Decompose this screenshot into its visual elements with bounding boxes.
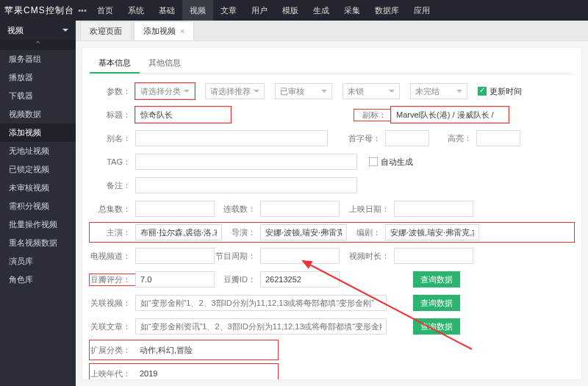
label-score: 豆瓣评分： (90, 274, 135, 285)
input-initial[interactable] (385, 130, 429, 146)
label-writer: 编剧： (347, 227, 385, 238)
topnav-模版[interactable]: 模版 (275, 0, 306, 21)
sidebar-item-12[interactable]: 角色库 (0, 271, 76, 289)
top-bar: 苹果CMS控制台 ••• 首页系统基础视频文章用户模版生成采集数据库应用 (0, 0, 588, 21)
input-subtitle[interactable] (391, 107, 509, 123)
select-status[interactable]: 已审核 (275, 83, 332, 99)
close-icon[interactable]: × (180, 26, 184, 35)
main: 欢迎页面添加视频× 基本信息其他信息 参数： 请选择分类 请选择推荐 已审核 未… (76, 21, 588, 386)
input-remark[interactable] (135, 177, 357, 193)
checkbox-autogen[interactable] (369, 157, 378, 166)
sidebar-item-8[interactable]: 需积分视频 (0, 197, 76, 215)
input-tv[interactable] (135, 248, 215, 264)
label-serial: 连载数： (215, 204, 260, 215)
label-autogen: 自动生成 (381, 157, 413, 168)
label-actor: 主演： (90, 227, 135, 238)
label-color: 高亮： (429, 133, 476, 144)
sidebar-item-2[interactable]: 下载器 (0, 87, 76, 105)
subtab-1[interactable]: 其他信息 (140, 54, 190, 74)
input-color[interactable] (476, 130, 520, 146)
topnav-生成[interactable]: 生成 (306, 0, 337, 21)
input-pubdate[interactable] (394, 201, 473, 217)
select-lock[interactable]: 未锁 (343, 83, 400, 99)
subtab-0[interactable]: 基本信息 (90, 54, 140, 74)
topnav-首页[interactable]: 首页 (90, 0, 121, 21)
sidebar-item-9[interactable]: 批量操作视频 (0, 215, 76, 234)
query-button-3[interactable]: 查询数据 (413, 318, 460, 335)
brand: 苹果CMS控制台 (4, 4, 75, 17)
sidebar-item-0[interactable]: 服务器组 (0, 50, 76, 68)
form-panel: 基本信息其他信息 参数： 请选择分类 请选择推荐 已审核 未锁 未完结 更新时间… (82, 47, 582, 380)
tab-1[interactable]: 添加视频× (134, 21, 194, 40)
input-serial[interactable] (260, 201, 340, 217)
input-year[interactable] (135, 365, 266, 380)
input-actor[interactable] (135, 224, 222, 240)
sidebar-header[interactable]: 视频 (0, 21, 76, 40)
page-tabs: 欢迎页面添加视频× (76, 21, 588, 41)
topnav-视频[interactable]: 视频 (182, 0, 213, 21)
select-end[interactable]: 未完结 (410, 83, 467, 99)
tab-0[interactable]: 欢迎页面 (80, 21, 132, 40)
sub-tabs: 基本信息其他信息 (90, 54, 574, 74)
sidebar-item-3[interactable]: 视频数据 (0, 105, 76, 124)
sidebar-item-4[interactable]: 添加视频 (0, 124, 76, 142)
input-writer[interactable] (385, 224, 479, 240)
label-initial: 首字母： (328, 133, 385, 144)
label-relvid: 关联视频： (90, 298, 135, 309)
topnav-基础[interactable]: 基础 (151, 0, 182, 21)
sidebar-item-6[interactable]: 已锁定视频 (0, 160, 76, 179)
select-category[interactable]: 请选择分类 (135, 83, 195, 99)
label-tv: 电视频道： (90, 251, 135, 262)
sidebar-item-7[interactable]: 未审核视频 (0, 179, 76, 197)
input-director[interactable] (260, 224, 347, 240)
query-button-2[interactable]: 查询数据 (413, 295, 460, 311)
topnav-数据库[interactable]: 数据库 (368, 0, 406, 21)
more-icon[interactable]: ••• (75, 6, 90, 15)
label-relart: 关联文章： (90, 321, 135, 332)
input-alias[interactable] (135, 130, 328, 146)
query-button-1[interactable]: 查询数据 (413, 271, 460, 287)
input-dbid[interactable] (260, 271, 340, 287)
sidebar-item-5[interactable]: 无地址视频 (0, 142, 76, 160)
input-title[interactable] (135, 107, 231, 123)
topnav-文章[interactable]: 文章 (213, 0, 244, 21)
label-year: 上映年代： (90, 368, 135, 379)
input-relart[interactable] (135, 318, 387, 335)
label-total: 总集数： (90, 204, 135, 215)
input-relvid[interactable] (135, 295, 387, 311)
input-score[interactable] (135, 271, 215, 287)
topnav-系统[interactable]: 系统 (121, 0, 151, 21)
label-dbid: 豆瓣ID： (215, 274, 260, 285)
input-duration[interactable] (394, 248, 473, 264)
label-extcat: 扩展分类： (90, 345, 135, 356)
label-weekday: 节目周期： (215, 251, 260, 262)
sidebar-item-10[interactable]: 重名视频数据 (0, 234, 76, 252)
label-director: 导演： (222, 227, 260, 238)
topnav-应用[interactable]: 应用 (406, 0, 437, 21)
topnav-采集[interactable]: 采集 (337, 0, 368, 21)
sidebar-item-11[interactable]: 演员库 (0, 252, 76, 271)
label-tag: TAG： (90, 157, 135, 168)
label-pubdate: 上映日期： (340, 204, 394, 215)
input-weekday[interactable] (260, 248, 340, 264)
checkbox-update-time[interactable] (478, 87, 487, 96)
label-params: 参数： (90, 86, 135, 97)
input-tag[interactable] (135, 154, 357, 170)
sidebar-item-1[interactable]: 播放器 (0, 68, 76, 87)
label-alias: 别名： (90, 133, 135, 144)
input-total[interactable] (135, 201, 215, 217)
select-recommend[interactable]: 请选择推荐 (205, 83, 265, 99)
label-subtitle: 副标： (354, 110, 391, 121)
label-remark: 备注： (90, 180, 135, 191)
top-nav: 首页系统基础视频文章用户模版生成采集数据库应用 (90, 0, 437, 21)
topnav-用户[interactable]: 用户 (244, 0, 275, 21)
label-title: 标题： (90, 110, 135, 121)
input-extcat[interactable] (135, 342, 266, 358)
sidebar-scroll-up[interactable]: ⌃ (0, 40, 76, 50)
label-update-time: 更新时间 (490, 86, 522, 97)
label-duration: 视频时长： (340, 251, 394, 262)
sidebar: 视频 ⌃ 服务器组播放器下载器视频数据添加视频无地址视频已锁定视频未审核视频需积… (0, 21, 76, 386)
